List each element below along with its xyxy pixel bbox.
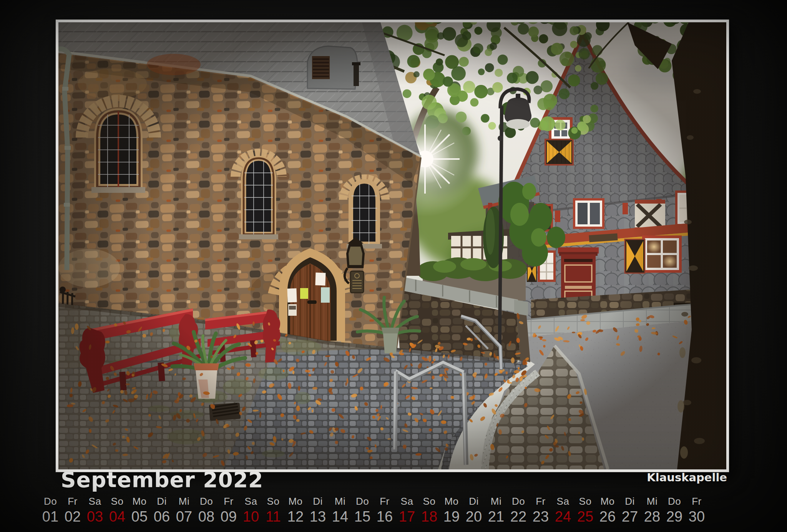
weekday-label: Di [313, 496, 323, 507]
date-label: 06 [154, 508, 170, 525]
day-cell: So 04 [106, 496, 128, 525]
day-cell: Do 15 [351, 496, 374, 525]
weekday-label: Do [356, 496, 369, 507]
day-cell: Mo 19 [440, 496, 463, 525]
date-label: 09 [221, 508, 237, 525]
date-label: 26 [599, 508, 616, 525]
weekday-label: So [423, 496, 436, 507]
weekday-label: Mo [288, 496, 302, 507]
day-cell: Do 08 [195, 496, 218, 525]
day-cell: Mo 26 [596, 496, 619, 525]
date-label: 28 [644, 508, 660, 525]
day-cell: Sa 17 [396, 496, 418, 525]
day-cell: So 18 [418, 496, 440, 525]
date-label: 17 [399, 508, 415, 525]
day-cell: Mi 14 [329, 496, 351, 525]
date-label: 27 [622, 508, 638, 525]
date-label: 16 [377, 508, 393, 525]
weekday-label: Fr [68, 496, 78, 507]
weekday-label: Sa [245, 496, 257, 507]
date-label: 25 [577, 508, 593, 525]
calendar-page: September 2022 Klauskapelle Do 01 Fr 02 … [0, 0, 787, 532]
weekday-label: Fr [224, 496, 234, 507]
weekday-label: So [579, 496, 592, 507]
calendar-day-grid: Do 01 Fr 02 Sa 03 So 04 Mo 05 Di 06 Mi 0… [39, 496, 708, 525]
date-label: 14 [332, 508, 348, 525]
weekday-label: Do [668, 496, 681, 507]
date-label: 05 [131, 508, 148, 525]
day-cell: Fr 02 [61, 496, 84, 525]
day-cell: Fr 09 [218, 496, 240, 525]
day-cell: So 11 [262, 496, 284, 525]
weekday-label: Fr [692, 496, 702, 507]
photo-caption: Klauskapelle [58, 471, 727, 484]
day-cell: Do 29 [663, 496, 686, 525]
weekday-label: Mo [132, 496, 146, 507]
date-label: 30 [689, 508, 705, 525]
weekday-label: Fr [380, 496, 390, 507]
day-cell: Mi 07 [173, 496, 195, 525]
date-label: 01 [42, 508, 58, 525]
photo-frame [56, 20, 729, 472]
day-cell: Mi 28 [641, 496, 663, 525]
date-label: 12 [287, 508, 304, 525]
date-label: 03 [87, 508, 103, 525]
weekday-label: Do [44, 496, 57, 507]
date-label: 04 [109, 508, 125, 525]
date-label: 24 [555, 508, 571, 525]
weekday-label: Sa [89, 496, 101, 507]
day-cell: Mo 05 [128, 496, 151, 525]
date-label: 23 [533, 508, 549, 525]
weekday-label: Di [469, 496, 479, 507]
day-cell: Do 22 [507, 496, 530, 525]
weekday-label: Mi [179, 496, 189, 507]
weekday-label: Do [200, 496, 213, 507]
day-cell: Di 13 [307, 496, 329, 525]
date-label: 15 [354, 508, 370, 525]
date-label: 21 [488, 508, 504, 525]
day-cell: Sa 10 [240, 496, 262, 525]
weekday-label: Mi [647, 496, 657, 507]
weekday-label: Sa [557, 496, 569, 507]
day-cell: Di 27 [619, 496, 641, 525]
date-label: 11 [266, 508, 281, 525]
day-cell: Fr 30 [686, 496, 708, 525]
date-label: 10 [243, 508, 259, 525]
day-cell: Di 06 [151, 496, 173, 525]
day-cell: Do 01 [39, 496, 61, 525]
weekday-label: Do [512, 496, 525, 507]
day-cell: Sa 24 [552, 496, 574, 525]
date-label: 13 [310, 508, 326, 525]
weekday-label: So [111, 496, 124, 507]
date-label: 07 [176, 508, 192, 525]
date-label: 18 [421, 508, 437, 525]
day-cell: Sa 03 [84, 496, 106, 525]
weekday-label: Di [625, 496, 635, 507]
date-label: 20 [466, 508, 482, 525]
date-label: 29 [666, 508, 682, 525]
weekday-label: So [267, 496, 280, 507]
day-cell: So 25 [574, 496, 596, 525]
day-cell: Mi 21 [485, 496, 507, 525]
date-label: 02 [65, 508, 81, 525]
weekday-label: Di [157, 496, 167, 507]
weekday-label: Mo [444, 496, 458, 507]
photo-scene [58, 22, 726, 469]
day-cell: Mo 12 [284, 496, 307, 525]
weekday-label: Mi [335, 496, 345, 507]
day-cell: Di 20 [463, 496, 485, 525]
date-label: 08 [198, 508, 214, 525]
date-label: 19 [443, 508, 460, 525]
weekday-label: Mo [600, 496, 614, 507]
weekday-label: Sa [401, 496, 413, 507]
weekday-label: Mi [491, 496, 501, 507]
day-cell: Fr 23 [530, 496, 552, 525]
day-cell: Fr 16 [374, 496, 396, 525]
weekday-label: Fr [536, 496, 546, 507]
date-label: 22 [510, 508, 526, 525]
